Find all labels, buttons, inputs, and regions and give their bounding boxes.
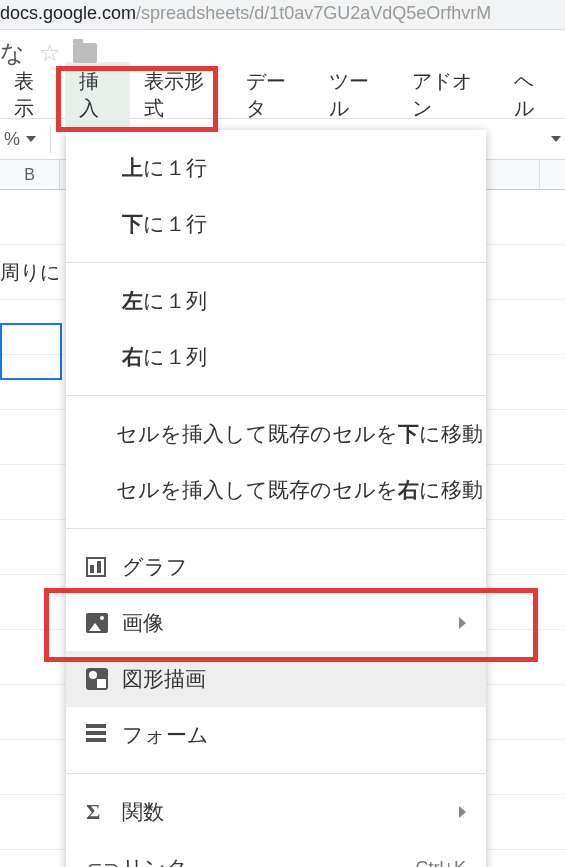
menu-bar: 表示 挿入 表示形式 データ ツール アドオン ヘル <box>0 72 565 118</box>
menu-item-form[interactable]: フォーム <box>66 707 486 763</box>
menu-item-shift-cells-right[interactable]: セルを挿入して既存のセルを右に移動 <box>66 462 486 518</box>
menu-insert[interactable]: 挿入 <box>65 62 130 128</box>
menu-tools[interactable]: ツール <box>315 62 398 128</box>
menu-data[interactable]: データ <box>232 62 315 128</box>
menu-help[interactable]: ヘル <box>500 62 565 128</box>
menu-addons[interactable]: アドオン <box>398 62 500 128</box>
url-path: /spreadsheets/d/1t0av7GU2aVdQ5eOrfhvrM <box>136 3 491 23</box>
toolbar-right-dropdown[interactable] <box>551 136 561 142</box>
menu-item-label: セルを挿入して既存のセルを右に移動 <box>86 476 483 504</box>
browser-url-bar: docs.google.com/spreadsheets/d/1t0av7GU2… <box>0 0 565 30</box>
menu-separator <box>66 262 486 263</box>
menu-item-label: セルを挿入して既存のセルを下に移動 <box>86 420 483 448</box>
column-header-B[interactable]: B <box>0 160 60 189</box>
menu-item-col-left[interactable]: 左に１列 <box>66 273 486 329</box>
submenu-arrow-icon <box>459 806 466 818</box>
menu-format[interactable]: 表示形式 <box>130 62 232 128</box>
menu-item-row-below[interactable]: 下に１行 <box>66 196 486 252</box>
url-domain: docs.google.com <box>0 3 136 23</box>
menu-item-shift-cells-down[interactable]: セルを挿入して既存のセルを下に移動 <box>66 406 486 462</box>
menu-item-label: 関数 <box>122 798 459 826</box>
folder-icon[interactable] <box>73 43 97 63</box>
menu-item-label: 右に１列 <box>122 343 466 371</box>
menu-item-label: リンク <box>122 854 415 867</box>
chevron-down-icon <box>551 136 561 142</box>
menu-item-image[interactable]: 画像 <box>66 595 486 651</box>
menu-view[interactable]: 表示 <box>0 62 65 128</box>
menu-separator <box>66 395 486 396</box>
cell-text: 周りに <box>0 245 62 299</box>
menu-item-row-above[interactable]: 上に１行 <box>66 140 486 196</box>
zoom-percent-suffix: % <box>4 129 20 150</box>
menu-item-chart[interactable]: グラフ <box>66 539 486 595</box>
menu-item-col-right[interactable]: 右に１列 <box>66 329 486 385</box>
sigma-icon: Σ <box>86 799 122 825</box>
menu-item-label: 左に１列 <box>122 287 466 315</box>
insert-menu-dropdown: 上に１行 下に１行 左に１列 右に１列 セルを挿入して既存のセルを下に移動 セル… <box>66 130 486 867</box>
menu-item-label: 下に１行 <box>122 210 466 238</box>
menu-item-shortcut: Ctrl+K <box>415 858 466 868</box>
image-icon <box>86 613 122 633</box>
menu-item-label: 図形描画 <box>122 665 466 693</box>
drawing-icon <box>86 668 122 690</box>
menu-item-label: 画像 <box>122 609 459 637</box>
zoom-dropdown[interactable]: % <box>4 129 36 150</box>
menu-item-label: グラフ <box>122 553 466 581</box>
menu-separator <box>66 773 486 774</box>
submenu-arrow-icon <box>459 617 466 629</box>
menu-separator <box>66 528 486 529</box>
form-icon <box>86 724 122 746</box>
menu-item-label: フォーム <box>122 721 466 749</box>
toolbar-separator <box>50 125 51 153</box>
menu-item-link[interactable]: ⊂⊃ リンク Ctrl+K <box>66 840 486 867</box>
menu-item-drawing[interactable]: 図形描画 <box>66 651 486 707</box>
chevron-down-icon <box>26 136 36 142</box>
chart-icon <box>86 557 122 577</box>
menu-item-function[interactable]: Σ 関数 <box>66 784 486 840</box>
menu-item-label: 上に１行 <box>122 154 466 182</box>
link-icon: ⊂⊃ <box>86 856 122 867</box>
